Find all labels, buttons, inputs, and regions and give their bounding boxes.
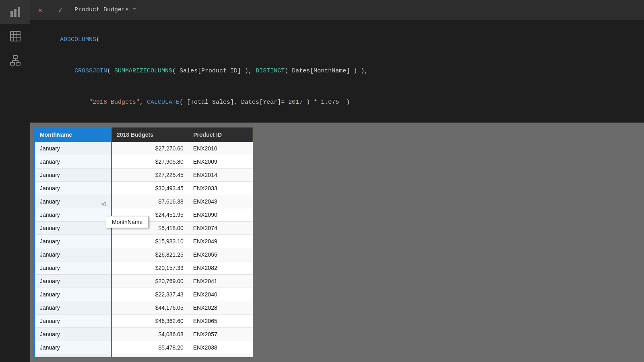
table-cell: $20,449.73 (111, 354, 188, 358)
svg-rect-8 (13, 56, 17, 58)
table-cell: $7,616.38 (111, 195, 188, 208)
table-cell: January (35, 142, 111, 155)
svg-rect-0 (10, 11, 13, 17)
table-cell: January (35, 315, 111, 328)
formula-label: Product Budgets = (70, 6, 644, 13)
table-cell: January (35, 341, 111, 354)
table-cell: ENX2074 (188, 222, 253, 235)
table-cell: ENX2041 (188, 275, 253, 288)
table-cell: January (35, 261, 111, 275)
table-cell: ENX2049 (188, 235, 253, 248)
table-cell: ENX2009 (188, 155, 253, 169)
table-cell: ENX2057 (188, 328, 253, 341)
table-row: January$30,493.45ENX2033 (35, 182, 253, 195)
header-productid[interactable]: Product ID (188, 128, 253, 142)
chart-sidebar-icon[interactable] (0, 0, 30, 24)
table-header-row: MonthName 2018 Budgets Product ID (35, 128, 253, 142)
table-cell: $27,270.60 (111, 142, 188, 155)
svg-rect-2 (18, 7, 20, 17)
formula-toolbar: ✕ ✓ Product Budgets = (30, 0, 644, 20)
table-cell: ENX2082 (188, 261, 253, 275)
table-cell: ENX2038 (188, 341, 253, 354)
tooltip-popup: MonthName (106, 216, 149, 228)
table-row: January$4,086.08ENX2057 (35, 328, 253, 341)
table-cell: January (35, 301, 111, 315)
table-cell: ENX2033 (188, 182, 253, 195)
table-cell: ENX2067 (188, 354, 253, 358)
formula-editor[interactable]: ADDCOLUMNS( CROSSJOIN( SUMMARIZECOLUMNS(… (30, 20, 644, 123)
table-cell: $20,157.33 (111, 261, 188, 275)
formula-line-2: ADDCOLUMNS( (38, 24, 636, 56)
main-content: ✕ ✓ Product Budgets = ADDCOLUMNS( CROSSJ… (30, 0, 644, 362)
table-cell: ENX2043 (188, 195, 253, 208)
table-row: January$27,905.80ENX2009 (35, 155, 253, 169)
table-cell: January (35, 275, 111, 288)
table-row: January$20,769.00ENX2041 (35, 275, 253, 288)
header-monthname[interactable]: MonthName (35, 128, 111, 142)
svg-rect-10 (16, 62, 20, 65)
confirm-button[interactable]: ✓ (50, 0, 70, 20)
svg-rect-9 (10, 62, 14, 65)
table-row: January$7,616.38ENX2043 (35, 195, 253, 208)
table-row: January$27,225.45ENX2014 (35, 169, 253, 182)
table-row: January$15,983.10ENX2049 (35, 235, 253, 248)
svg-rect-3 (10, 31, 20, 41)
table-row: January$44,176.05ENX2028 (35, 301, 253, 315)
table-cell: $26,821.25 (111, 248, 188, 261)
data-table-container: MonthName 2018 Budgets Product ID Januar… (34, 127, 254, 358)
table-cell: $27,225.45 (111, 169, 188, 182)
table-cell: $5,478.20 (111, 341, 188, 354)
table-cell: January (35, 354, 111, 358)
table-cell: January (35, 328, 111, 341)
table-row: January$20,449.73ENX2067 (35, 354, 253, 358)
table-row: January$46,362.60ENX2065 (35, 315, 253, 328)
table-cell: ENX2055 (188, 248, 253, 261)
table-cell: January (35, 235, 111, 248)
table-cell: January (35, 195, 111, 208)
table-row: January$22,337.43ENX2040 (35, 288, 253, 301)
table-cell: $20,769.00 (111, 275, 188, 288)
table-row: January$20,157.33ENX2082 (35, 261, 253, 275)
table-cell: $22,337.43 (111, 288, 188, 301)
content-area: MonthName 2018 Budgets Product ID Januar… (30, 123, 644, 362)
table-cell: $46,362.60 (111, 315, 188, 328)
table-cell: January (35, 155, 111, 169)
table-cell: ENX2040 (188, 288, 253, 301)
table-cell: January (35, 248, 111, 261)
table-row: January$27,270.60ENX2010 (35, 142, 253, 155)
table-sidebar-icon[interactable] (0, 24, 30, 48)
hierarchy-sidebar-icon[interactable] (0, 48, 30, 72)
table-row: January$5,478.20ENX2038 (35, 341, 253, 354)
table-cell: ENX2065 (188, 315, 253, 328)
empty-area (256, 125, 642, 360)
table-cell: $27,905.80 (111, 155, 188, 169)
sidebar (0, 0, 30, 362)
table-cell: $15,983.10 (111, 235, 188, 248)
table-cell: $44,176.05 (111, 301, 188, 315)
results-table: MonthName 2018 Budgets Product ID Januar… (35, 128, 253, 358)
header-budgets[interactable]: 2018 Budgets (111, 128, 188, 142)
formula-line-3: CROSSJOIN( SUMMARIZECOLUMNS( Sales[Produ… (38, 56, 636, 87)
table-cell: $30,493.45 (111, 182, 188, 195)
table-cell: January (35, 222, 111, 235)
table-cell: January (35, 182, 111, 195)
svg-rect-1 (14, 9, 17, 17)
cancel-button[interactable]: ✕ (30, 0, 50, 20)
table-cell: ENX2028 (188, 301, 253, 315)
table-cell: ENX2014 (188, 169, 253, 182)
table-row: January$26,821.25ENX2055 (35, 248, 253, 261)
table-cell: January (35, 169, 111, 182)
table-cell: $4,086.08 (111, 328, 188, 341)
table-cell: ENX2090 (188, 208, 253, 222)
table-cell: January (35, 208, 111, 222)
table-cell: ENX2010 (188, 142, 253, 155)
table-cell: January (35, 288, 111, 301)
formula-line-4: "2018 Budgets", CALCULATE( [Total Sales]… (38, 87, 636, 118)
